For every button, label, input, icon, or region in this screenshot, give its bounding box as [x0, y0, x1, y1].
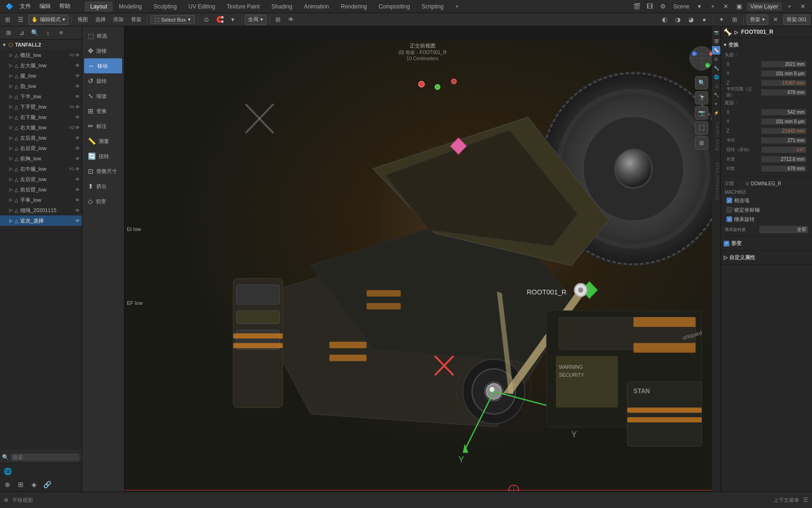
- item-15-eye[interactable]: 👁: [75, 208, 80, 213]
- item-4-eye[interactable]: 👁: [75, 94, 80, 99]
- overlay-toggle[interactable]: ⊞: [729, 14, 741, 25]
- select-box-dropdown[interactable]: ⬚ Select Box ▾: [150, 15, 195, 24]
- side-tab-world[interactable]: 🌐: [712, 73, 720, 81]
- outliner-item-15[interactable]: ▷ △ 细绳_20201115 👁: [0, 205, 82, 215]
- outliner-sort-icon[interactable]: ↕: [42, 27, 54, 39]
- animation-icon[interactable]: ⊕: [2, 479, 13, 490]
- item-5-eye[interactable]: 👁: [75, 104, 80, 110]
- outliner-item-10[interactable]: ▷ △ 前胸_low 👁: [0, 153, 82, 164]
- side-tab-physics[interactable]: ⚡: [712, 109, 720, 117]
- handle-red-1[interactable]: [418, 81, 425, 87]
- item-0-eye[interactable]: 👁: [75, 53, 80, 58]
- grid-btn[interactable]: ⊞: [695, 136, 708, 150]
- connected-checkbox[interactable]: [726, 198, 732, 203]
- tool-annotate[interactable]: ✏ 标注: [84, 119, 122, 134]
- tail-z-value[interactable]: -21642 mm: [761, 128, 806, 134]
- roll-value[interactable]: -147: [761, 147, 806, 153]
- tab-add-workspace[interactable]: +: [450, 1, 464, 12]
- tool-measure[interactable]: 📏 测量: [84, 134, 122, 149]
- head-y-value[interactable]: 101 mm 9 μm: [761, 71, 806, 77]
- tool-rotate[interactable]: ↺ 旋转: [84, 73, 122, 88]
- side-tab-render[interactable]: 🎬: [712, 37, 720, 46]
- menu-file[interactable]: 文件: [16, 1, 35, 11]
- mode-dropdown[interactable]: ✋ 编辑模式 ▾: [28, 15, 69, 25]
- side-tab-modifiers[interactable]: 🔨: [712, 91, 720, 99]
- search-input[interactable]: [11, 453, 79, 461]
- outliner-item-selected[interactable]: ▷ △ 近次_选择 👁: [0, 215, 82, 226]
- outliner-item-3[interactable]: ▷ △ 肋_low 👁: [0, 81, 82, 91]
- menu-edit[interactable]: 编辑: [36, 1, 55, 11]
- item-11-vis-v[interactable]: V1: [69, 167, 74, 172]
- outliner-item-11[interactable]: ▷ △ 右中腿_low V1 👁: [0, 164, 82, 174]
- head-z-value[interactable]: -19367 mm: [761, 80, 806, 86]
- outliner-item-0[interactable]: ▷ △ 概括_low Vs 👁: [0, 50, 82, 60]
- viewport-3d[interactable]: Y Y WARNING SECURITY: [125, 40, 720, 492]
- outliner-item-8[interactable]: ▷ △ 左后肩_low 👁: [0, 133, 82, 143]
- menu-help[interactable]: 帮助: [55, 1, 74, 11]
- view-layer-label[interactable]: View Layer: [747, 2, 782, 11]
- side-tab-particles[interactable]: ✦: [712, 100, 720, 108]
- head-x-value[interactable]: 2021 mm: [761, 61, 806, 67]
- inherit-scale-value[interactable]: 全部: [759, 226, 808, 233]
- item-13-eye[interactable]: 👁: [75, 187, 80, 192]
- tab-layout[interactable]: Layout: [85, 1, 113, 12]
- vl-del-icon[interactable]: ✕: [797, 1, 808, 12]
- parent-value[interactable]: DOWNLEG_R: [751, 181, 808, 186]
- tab-animation[interactable]: Animation: [298, 1, 335, 12]
- item-7-vis-v[interactable]: V2: [69, 125, 74, 130]
- tool-extrude[interactable]: ⬆ 挤出: [84, 179, 122, 194]
- side-tab-obj[interactable]: ◻: [712, 82, 720, 90]
- blender-icon[interactable]: 🔷: [4, 1, 15, 12]
- side-tab-view-layer[interactable]: ⊞: [712, 55, 720, 64]
- outliner-item-2[interactable]: ▷ △ 腿_low 👁: [0, 71, 82, 81]
- outliner-item-9[interactable]: ▷ △ 右后背_low 👁: [0, 143, 82, 153]
- bone-dropdown[interactable]: 骨架 ▾: [747, 15, 768, 25]
- tab-rendering[interactable]: Rendering: [335, 1, 372, 12]
- select-menu[interactable]: 选择: [93, 15, 109, 24]
- item-1-eye[interactable]: 👁: [75, 63, 80, 68]
- outliner-item-14[interactable]: ▷ △ 手掌_low 👁: [0, 195, 82, 205]
- item-10-eye[interactable]: 👁: [75, 156, 80, 161]
- envelope-value[interactable]: 678 mm: [761, 166, 806, 172]
- camera-btn[interactable]: 📷: [695, 106, 708, 119]
- proportional-edit-icon[interactable]: ⊙: [201, 14, 212, 25]
- fullscreen-btn[interactable]: ⛶: [695, 121, 708, 135]
- snap-options-icon[interactable]: ▾: [227, 14, 239, 25]
- item-8-eye[interactable]: 👁: [75, 135, 80, 141]
- tool-twist[interactable]: 🔄 扭转: [84, 149, 122, 164]
- outliner-item-7[interactable]: ▷ △ 右大腿_low V2 👁: [0, 122, 82, 133]
- outliner-item-4[interactable]: ▷ △ 下半_low 👁: [0, 91, 82, 102]
- settings-icon[interactable]: ⚙: [657, 1, 669, 12]
- tail-radius-value[interactable]: 271 mm: [761, 137, 806, 143]
- deform-checkbox[interactable]: [724, 241, 729, 246]
- scene-del-icon[interactable]: ✕: [720, 1, 732, 12]
- bone-001-dropdown[interactable]: 骨架.001: [783, 15, 810, 25]
- scene-selector-icon[interactable]: ▾: [694, 1, 705, 12]
- outliner-item-1[interactable]: ▷ △ 左大腿_low 👁: [0, 60, 82, 71]
- world-icon[interactable]: 🌐: [2, 466, 13, 477]
- render-icon[interactable]: 🎬: [631, 1, 642, 12]
- item-0-vis-v[interactable]: Vs: [69, 53, 74, 58]
- outliner-type-icon[interactable]: ⊞: [3, 27, 14, 39]
- local-location-checkbox[interactable]: [726, 207, 732, 213]
- constraint-icon[interactable]: 🔗: [41, 479, 53, 490]
- item-6-eye[interactable]: 👁: [75, 115, 80, 120]
- item-2-eye[interactable]: 👁: [75, 73, 80, 79]
- vl-add-icon[interactable]: +: [784, 1, 795, 12]
- transform-header[interactable]: ▾ 变换: [723, 40, 810, 50]
- tool-bone-size[interactable]: ⊡ 骨骼尺寸: [84, 164, 122, 179]
- tool-box-select[interactable]: ⬚ 框选: [84, 28, 122, 43]
- tail-x-value[interactable]: 542 mm: [761, 109, 806, 115]
- view-menu[interactable]: 视图: [75, 15, 91, 24]
- deform-header[interactable]: 形变: [723, 238, 810, 248]
- item-14-eye[interactable]: 👁: [75, 198, 80, 203]
- tab-sculpting[interactable]: Sculpting: [148, 1, 182, 12]
- handle-green-1[interactable]: [435, 84, 440, 90]
- tool-scale[interactable]: ⤡ 缩放: [84, 88, 122, 103]
- driver-icon[interactable]: ◈: [28, 479, 39, 490]
- gizmo-toggle[interactable]: ✦: [716, 14, 727, 25]
- item-7-eye[interactable]: 👁: [75, 125, 80, 130]
- outliner-item-6[interactable]: ▷ △ 右下腿_low 👁: [0, 112, 82, 122]
- outliner-options-icon[interactable]: ≡: [55, 27, 67, 39]
- scene-add-icon[interactable]: +: [707, 1, 718, 12]
